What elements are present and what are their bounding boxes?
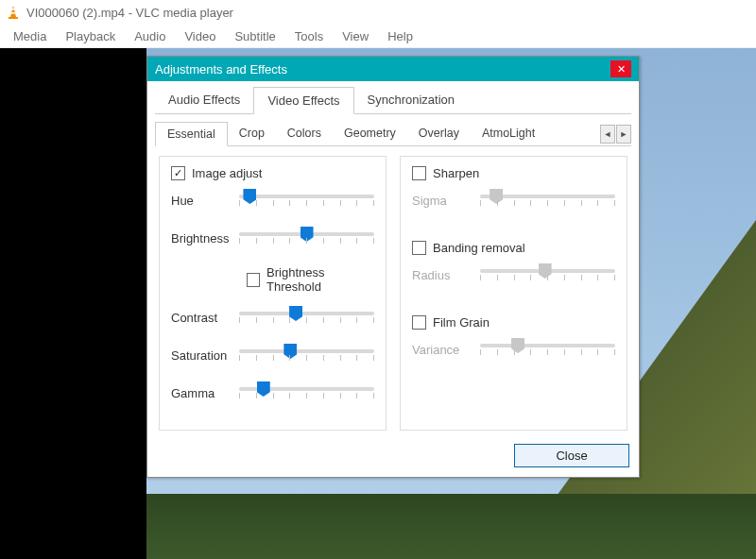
banding-removal-label: Banding removal	[433, 241, 525, 255]
subtab-geometry[interactable]: Geometry	[333, 122, 407, 145]
image-adjust-group: Image adjust Hue Brightness Brightness T…	[159, 156, 387, 431]
banding-removal-checkbox[interactable]: Banding removal	[412, 241, 615, 255]
video-area: Adjustments and Effects ✕ Audio Effects …	[0, 48, 756, 559]
sigma-slider-row: Sigma	[412, 190, 615, 211]
checkbox-icon	[412, 241, 426, 255]
variance-label: Variance	[412, 343, 480, 357]
dialog-close-button[interactable]: ✕	[610, 60, 631, 77]
checkbox-icon	[247, 273, 260, 287]
menu-subtitle[interactable]: Subtitle	[225, 26, 284, 46]
tabs-scroll-right[interactable]: ►	[616, 125, 631, 144]
dialog-titlebar[interactable]: Adjustments and Effects ✕	[147, 57, 639, 81]
svg-rect-1	[11, 8, 16, 10]
contrast-label: Contrast	[171, 311, 239, 325]
brightness-threshold-checkbox[interactable]: Brightness Threshold	[247, 265, 374, 294]
sharpen-label: Sharpen	[433, 166, 479, 180]
tab-synchronization[interactable]: Synchronization	[354, 87, 469, 113]
menu-playback[interactable]: Playback	[56, 26, 125, 46]
image-adjust-checkbox[interactable]: Image adjust	[171, 166, 374, 180]
checkbox-icon	[171, 166, 185, 180]
sharpen-checkbox[interactable]: Sharpen	[412, 166, 615, 180]
saturation-slider-row: Saturation	[171, 345, 374, 365]
brightness-label: Brightness	[171, 231, 239, 246]
main-tabs: Audio Effects Video Effects Synchronizat…	[155, 87, 631, 114]
saturation-label: Saturation	[171, 348, 239, 363]
gamma-label: Gamma	[171, 386, 239, 400]
image-adjust-label: Image adjust	[192, 166, 262, 180]
svg-rect-2	[10, 12, 16, 14]
saturation-slider[interactable]	[239, 345, 374, 365]
adjustments-effects-dialog: Adjustments and Effects ✕ Audio Effects …	[146, 56, 640, 478]
sigma-label: Sigma	[412, 194, 480, 208]
variance-slider[interactable]	[480, 339, 615, 360]
video-foreground	[146, 494, 756, 559]
hue-slider-row: Hue	[171, 190, 374, 211]
checkbox-icon	[412, 166, 426, 180]
svg-rect-0	[9, 17, 18, 19]
app-title: VI000060 (2).mp4 - VLC media player	[26, 6, 233, 20]
sub-tabs: Essential Crop Colors Geometry Overlay A…	[155, 122, 631, 146]
menu-help[interactable]: Help	[378, 26, 422, 46]
dialog-title: Adjustments and Effects	[155, 62, 287, 76]
menu-tools[interactable]: Tools	[285, 26, 333, 46]
gamma-slider-row: Gamma	[171, 382, 374, 403]
subtab-crop[interactable]: Crop	[228, 122, 276, 145]
hue-slider[interactable]	[239, 190, 374, 211]
gamma-slider[interactable]	[239, 382, 374, 403]
brightness-slider-row: Brightness	[171, 228, 374, 248]
radius-slider[interactable]	[480, 264, 615, 285]
contrast-slider[interactable]	[239, 307, 374, 328]
menu-video[interactable]: Video	[175, 26, 225, 46]
sigma-slider[interactable]	[480, 190, 615, 211]
tab-video-effects[interactable]: Video Effects	[253, 87, 353, 114]
subtab-overlay[interactable]: Overlay	[407, 122, 471, 145]
brightness-slider[interactable]	[239, 228, 374, 248]
film-grain-checkbox[interactable]: Film Grain	[412, 315, 615, 330]
menu-view[interactable]: View	[333, 26, 378, 46]
radius-label: Radius	[412, 268, 480, 282]
tabs-scroll-left[interactable]: ◄	[600, 125, 615, 144]
right-column: Sharpen Sigma Banding removal Radius	[400, 156, 627, 431]
menu-media[interactable]: Media	[4, 26, 56, 46]
checkbox-icon	[412, 315, 426, 330]
film-grain-label: Film Grain	[433, 315, 490, 330]
dialog-footer: Close	[147, 438, 639, 477]
vlc-cone-icon	[6, 5, 21, 20]
subtab-colors[interactable]: Colors	[276, 122, 333, 145]
tab-audio-effects[interactable]: Audio Effects	[155, 87, 253, 113]
menu-audio[interactable]: Audio	[125, 26, 175, 46]
hue-label: Hue	[171, 194, 239, 208]
subtab-essential[interactable]: Essential	[155, 122, 228, 146]
essential-panel: Image adjust Hue Brightness Brightness T…	[147, 146, 639, 438]
subtab-atmolight[interactable]: AtmoLight	[471, 122, 546, 145]
menubar: Media Playback Audio Video Subtitle Tool…	[0, 25, 756, 48]
close-button[interactable]: Close	[514, 444, 629, 467]
radius-slider-row: Radius	[412, 264, 615, 285]
app-titlebar: VI000060 (2).mp4 - VLC media player	[0, 0, 756, 25]
contrast-slider-row: Contrast	[171, 307, 374, 328]
close-icon: ✕	[617, 63, 626, 76]
brightness-threshold-label: Brightness Threshold	[266, 265, 374, 294]
variance-slider-row: Variance	[412, 339, 615, 360]
